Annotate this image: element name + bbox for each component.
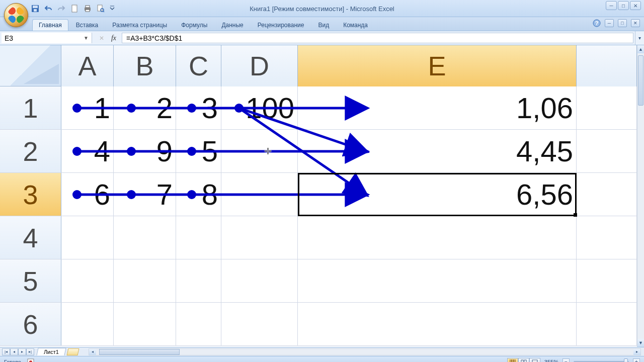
col-header-B[interactable]: B — [114, 45, 176, 86]
cell-C3[interactable]: 8 — [176, 173, 221, 216]
col-header-rest[interactable] — [577, 45, 637, 86]
save-icon[interactable] — [31, 5, 39, 13]
select-all-corner[interactable] — [0, 45, 61, 86]
col-header-C[interactable]: C — [176, 45, 221, 86]
row-header-3[interactable]: 3 — [0, 173, 61, 216]
zoom-slider-knob[interactable] — [624, 358, 628, 363]
name-box[interactable]: E3 ▼ — [2, 33, 92, 43]
sheet-nav-prev-icon[interactable]: ◂ — [10, 348, 18, 355]
new-sheet-button[interactable] — [67, 348, 79, 355]
view-normal-icon[interactable] — [507, 358, 518, 363]
col-header-E[interactable]: E — [298, 45, 577, 86]
ribbon-close-button[interactable]: ✕ — [631, 19, 640, 27]
cell-B3[interactable]: 7 — [114, 173, 176, 216]
sheet-nav-last-icon[interactable]: ▸| — [26, 348, 34, 355]
cell-B5[interactable] — [114, 259, 176, 302]
view-page-break-icon[interactable] — [529, 358, 540, 363]
cell-C6[interactable] — [176, 303, 221, 345]
cell-B2[interactable]: 9 — [114, 130, 176, 172]
print-icon[interactable] — [84, 5, 92, 13]
cell-F2[interactable] — [577, 130, 637, 172]
cell-E3[interactable]: 6,56 — [298, 173, 577, 216]
tab-view[interactable]: Вид — [311, 19, 336, 31]
help-icon[interactable]: ? — [593, 19, 601, 27]
formula-input[interactable]: =A3+B3*C3/$D$1 — [122, 33, 633, 43]
cell-D3[interactable] — [221, 173, 298, 216]
sheet-nav-next-icon[interactable]: ▸ — [18, 348, 26, 355]
cell-A2[interactable]: 4 — [61, 130, 114, 172]
row-header-6[interactable]: 6 — [0, 303, 61, 345]
sheet-grid[interactable]: A B C D E 1 1 2 3 100 1,06 2 4 9 5 — [0, 45, 644, 347]
scroll-right-icon[interactable]: ▸ — [633, 349, 640, 355]
cell-A5[interactable] — [61, 259, 114, 302]
cell-B4[interactable] — [114, 216, 176, 259]
cell-B1[interactable]: 2 — [114, 86, 176, 129]
cell-D1[interactable]: 100 — [221, 86, 298, 129]
ribbon-minimize-button[interactable]: ─ — [605, 19, 614, 27]
close-button[interactable]: ✕ — [630, 1, 641, 10]
hscroll-thumb[interactable] — [99, 349, 180, 355]
cancel-formula-icon[interactable]: ✕ — [97, 33, 107, 43]
scroll-down-icon[interactable]: ▼ — [637, 339, 644, 347]
vertical-scrollbar[interactable]: ▲ ▼ — [637, 45, 644, 347]
row-header-2[interactable]: 2 — [0, 130, 61, 172]
new-icon[interactable] — [70, 5, 78, 13]
cell-F3[interactable] — [577, 173, 637, 216]
view-page-layout-icon[interactable] — [518, 358, 529, 363]
cell-F1[interactable] — [577, 86, 637, 129]
print-preview-icon[interactable] — [97, 5, 105, 13]
cell-B6[interactable] — [114, 303, 176, 345]
scroll-up-icon[interactable]: ▲ — [637, 45, 644, 53]
zoom-out-icon[interactable]: − — [562, 358, 570, 363]
cell-F5[interactable] — [577, 259, 637, 302]
sheet-tab-1[interactable]: Лист1 — [36, 348, 66, 355]
undo-icon[interactable] — [44, 5, 52, 13]
cell-E2[interactable]: 4,45 — [298, 130, 577, 172]
maximize-button[interactable]: □ — [618, 1, 629, 10]
vscroll-thumb[interactable] — [638, 55, 643, 106]
fx-icon[interactable]: fx — [109, 33, 119, 43]
cell-A6[interactable] — [61, 303, 114, 345]
cell-E6[interactable] — [298, 303, 577, 345]
row-header-1[interactable]: 1 — [0, 86, 61, 129]
formula-bar-expand-icon[interactable]: ▾ — [635, 31, 644, 45]
tab-insert[interactable]: Вставка — [69, 19, 105, 31]
cell-A1[interactable]: 1 — [61, 86, 114, 129]
qat-dropdown-icon[interactable] — [110, 5, 115, 13]
sheet-nav-first-icon[interactable]: |◂ — [2, 348, 10, 355]
col-header-D[interactable]: D — [221, 45, 298, 86]
zoom-in-icon[interactable]: + — [633, 358, 640, 363]
cell-E5[interactable] — [298, 259, 577, 302]
tab-team[interactable]: Команда — [337, 19, 374, 31]
tab-page-layout[interactable]: Разметка страницы — [106, 19, 174, 31]
tab-data[interactable]: Данные — [215, 19, 250, 31]
cell-D2[interactable] — [221, 130, 298, 172]
row-header-4[interactable]: 4 — [0, 216, 61, 259]
horizontal-scrollbar[interactable]: ◂ ▸ — [89, 348, 641, 355]
cell-E4[interactable] — [298, 216, 577, 259]
cell-D6[interactable] — [221, 303, 298, 345]
tab-formulas[interactable]: Формулы — [175, 19, 214, 31]
col-header-A[interactable]: A — [61, 45, 114, 86]
ribbon-restore-button[interactable]: □ — [618, 19, 627, 27]
cell-F4[interactable] — [577, 216, 637, 259]
cell-D4[interactable] — [221, 216, 298, 259]
macro-record-icon[interactable] — [27, 358, 34, 363]
cell-C2[interactable]: 5 — [176, 130, 221, 172]
row-header-5[interactable]: 5 — [0, 259, 61, 302]
cell-C4[interactable] — [176, 216, 221, 259]
redo-icon[interactable] — [57, 5, 65, 13]
cell-A3[interactable]: 6 — [61, 173, 114, 216]
cell-C1[interactable]: 3 — [176, 86, 221, 129]
name-box-dropdown-icon[interactable]: ▼ — [84, 35, 89, 41]
tab-review[interactable]: Рецензирование — [251, 19, 311, 31]
office-button[interactable] — [4, 3, 28, 27]
zoom-level[interactable]: 355% — [544, 359, 558, 363]
minimize-button[interactable]: ─ — [606, 1, 617, 10]
scroll-left-icon[interactable]: ◂ — [89, 349, 96, 355]
cell-E1[interactable]: 1,06 — [298, 86, 577, 129]
tab-home[interactable]: Главная — [32, 19, 68, 31]
cell-D5[interactable] — [221, 259, 298, 302]
cell-C5[interactable] — [176, 259, 221, 302]
cell-A4[interactable] — [61, 216, 114, 259]
